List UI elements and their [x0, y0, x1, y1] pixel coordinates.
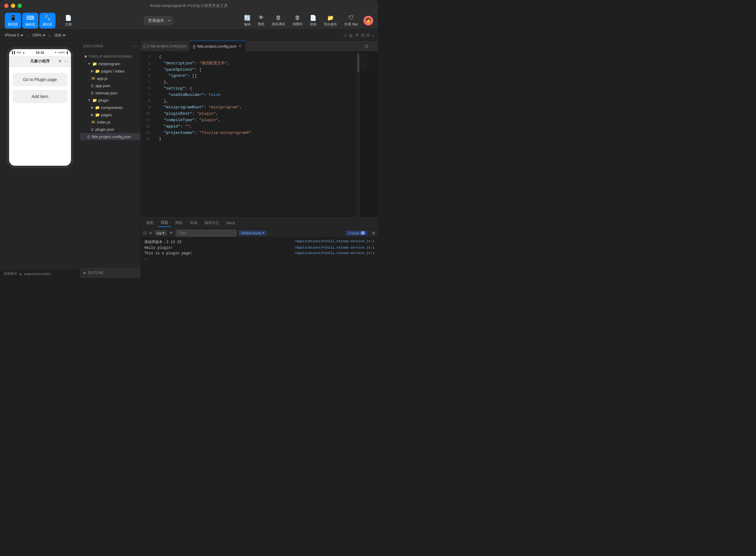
- index-js-label: index.js: [97, 120, 110, 125]
- console-link-2[interactable]: /Applications/FinCli…reload-service.js:1: [294, 246, 374, 250]
- export-icon: 📁: [327, 14, 334, 21]
- console-link-3[interactable]: /Applications/FinCli…reload-service.js:1: [294, 251, 374, 255]
- default-levels-badge[interactable]: Default levels ▾: [239, 230, 267, 236]
- compile-select[interactable]: 普通编译: [144, 16, 173, 25]
- phone-status-bar: ▌▌ IDE ▲ 10:16 ✦ 100% ▐: [9, 49, 71, 56]
- main-toolbar: 📱 模拟器 ⌨ 编辑器 🔧 调试器 📄 文档 普通编译 🔄 编译 👁: [0, 11, 378, 30]
- editor-tab-config[interactable]: {} fide.project.config.json ✕: [189, 41, 245, 51]
- phone-nav-dots[interactable]: ···: [64, 59, 68, 64]
- rotate-icon[interactable]: ⊡: [361, 33, 365, 38]
- code-line-1: {: [159, 54, 352, 60]
- miniprogram-folder[interactable]: ▼ 📁 miniprogram: [80, 60, 140, 67]
- docs-button[interactable]: 📄 文档: [62, 13, 75, 29]
- level-label: Default levels: [241, 231, 261, 235]
- pages-label: pages: [101, 113, 112, 117]
- plugin-folder[interactable]: ▼ 📁 plugin: [80, 97, 140, 104]
- tab-mock-label: Mock: [226, 221, 235, 225]
- json-icon: {}: [91, 84, 94, 88]
- user-avatar[interactable]: 🧑: [363, 16, 373, 26]
- eye-icon[interactable]: 👁: [169, 231, 173, 235]
- clear-action[interactable]: 🗑 清缓存: [291, 13, 304, 28]
- top-badge[interactable]: top ▾: [155, 230, 167, 236]
- go-to-plugin-button[interactable]: Go to Plugin page: [13, 73, 67, 86]
- console-line-3: This is a plugin page! /Applications/Fin…: [141, 251, 378, 256]
- minimize-button[interactable]: [11, 4, 15, 8]
- theme-select[interactable]: 浅色: [53, 33, 66, 38]
- code-content[interactable]: { "description": "项目配置文件", "packOptions"…: [154, 51, 357, 217]
- split-editor-icon[interactable]: ⊡: [365, 44, 368, 48]
- docs-icon: 📄: [65, 14, 72, 21]
- issue-badge[interactable]: 1 Issue: 1: [346, 231, 367, 236]
- maximize-button[interactable]: [17, 4, 22, 8]
- location-icon[interactable]: ◎: [349, 33, 353, 38]
- components-label: components: [101, 105, 122, 110]
- compile-label: 编译: [244, 22, 251, 27]
- js-icon: JS: [91, 76, 95, 80]
- tab-storage[interactable]: 存储: [187, 219, 200, 227]
- build-action[interactable]: 🛡 生成 App: [343, 13, 360, 28]
- device-select[interactable]: iPhone 5: [4, 33, 24, 38]
- more-options-icon[interactable]: ···: [371, 44, 374, 48]
- tab-name: fide.project.config.json: [197, 44, 236, 48]
- wifi-icon[interactable]: ↺: [355, 33, 359, 38]
- line-numbers: 1 2 3 4 5 6 7 8 9 10 11 12 13 14: [141, 51, 154, 217]
- settings-gear-icon[interactable]: ⚙: [372, 231, 375, 236]
- details-action[interactable]: 📄 详情: [308, 13, 318, 28]
- copy-icon[interactable]: ⎘: [367, 33, 369, 38]
- tab-view[interactable]: 视图: [143, 219, 156, 227]
- zoom-select[interactable]: 100%: [31, 33, 46, 38]
- code-line-8: },: [159, 98, 352, 105]
- device-debug-action[interactable]: 🗑 真机调试: [270, 13, 287, 28]
- app-json-item[interactable]: {} app.json: [80, 82, 140, 89]
- pages-folder[interactable]: ▶ 📁 pages: [80, 111, 140, 118]
- tab-log[interactable]: 日志: [158, 219, 171, 227]
- outline-bar[interactable]: ▶ OUTLINE: [80, 267, 140, 278]
- project-root[interactable]: ▼ FINCLIP-MINIPROGRAM6: [80, 53, 140, 60]
- preview-action[interactable]: 👁 预览: [256, 13, 266, 28]
- issue-count: 1: [361, 231, 365, 235]
- console-link-1[interactable]: /Applications/FinCli…reload-service.js:1: [294, 239, 374, 245]
- tab-compile-log[interactable]: 编译日志: [202, 219, 222, 227]
- clear-label: 清缓存: [292, 22, 302, 26]
- debugger-button[interactable]: 🔧 调试器: [39, 13, 56, 29]
- plugin-json-item[interactable]: {} plugin.json: [80, 126, 140, 133]
- phone-status-right: ✦ 100% ▐: [55, 51, 68, 54]
- code-line-11: "compileType": "plugin",: [159, 117, 352, 124]
- tab-network[interactable]: 网络: [172, 219, 186, 227]
- compile-action[interactable]: 🔄 编译: [242, 13, 252, 28]
- toolbar-separator: [59, 16, 59, 25]
- fide-config-item[interactable]: {} fide.project.config.json: [80, 133, 140, 140]
- export-action[interactable]: 📁 导出插件: [322, 13, 339, 28]
- minimap-content: { "description": "packOptions": { "ignor…: [360, 51, 378, 72]
- preview-icon: 👁: [258, 14, 264, 21]
- bottom-clear-icon[interactable]: ⊡: [143, 231, 147, 235]
- tab-view-label: 视图: [146, 221, 153, 225]
- filter-input[interactable]: [176, 230, 236, 236]
- simulator-button[interactable]: 📱 模拟器: [5, 13, 21, 29]
- explorer-menu-icon[interactable]: ···: [132, 43, 137, 49]
- bottom-tabs: 视图 日志 网络 存储 编译日志 Mock: [141, 218, 378, 229]
- components-folder[interactable]: ▶ 📁 components: [80, 104, 140, 111]
- add-item-button[interactable]: Add item: [13, 90, 67, 103]
- home-icon[interactable]: ⌂: [344, 33, 347, 38]
- index-js-item[interactable]: JS index.js: [80, 118, 140, 126]
- tab-mock[interactable]: Mock: [223, 220, 238, 227]
- sitemap-json-item[interactable]: {} sitemap.json: [80, 89, 140, 97]
- top-chevron-icon: ▾: [163, 231, 165, 235]
- console-text-3: This is a plugin page!: [144, 251, 192, 255]
- pages-index-folder[interactable]: ▶ 📁 pages / index: [80, 67, 140, 75]
- editor-button[interactable]: ⌨ 编辑器: [22, 13, 38, 29]
- close-button[interactable]: [4, 4, 8, 8]
- phone-frame: ▌▌ IDE ▲ 10:16 ✦ 100% ▐ 凡泰小程序 ··· ✕ Go t…: [7, 47, 73, 168]
- right-panel: {} {} fide.project.config.json {} fide.p…: [141, 41, 378, 278]
- bottom-stop-icon[interactable]: ⊘: [149, 231, 152, 235]
- fide-config-label: fide.project.config.json: [92, 134, 131, 139]
- phone-status-left: ▌▌ IDE ▲: [12, 51, 25, 54]
- search-icon[interactable]: ⌕: [372, 33, 374, 38]
- phone-close-icon[interactable]: ✕: [58, 58, 62, 64]
- outline-label: OUTLINE: [88, 271, 104, 275]
- code-scrollbar[interactable]: [357, 51, 360, 217]
- tab-close-icon[interactable]: ✕: [239, 44, 242, 48]
- app-js-item[interactable]: JS app.js: [80, 75, 140, 82]
- explorer-header: EXPLORER ···: [80, 41, 140, 51]
